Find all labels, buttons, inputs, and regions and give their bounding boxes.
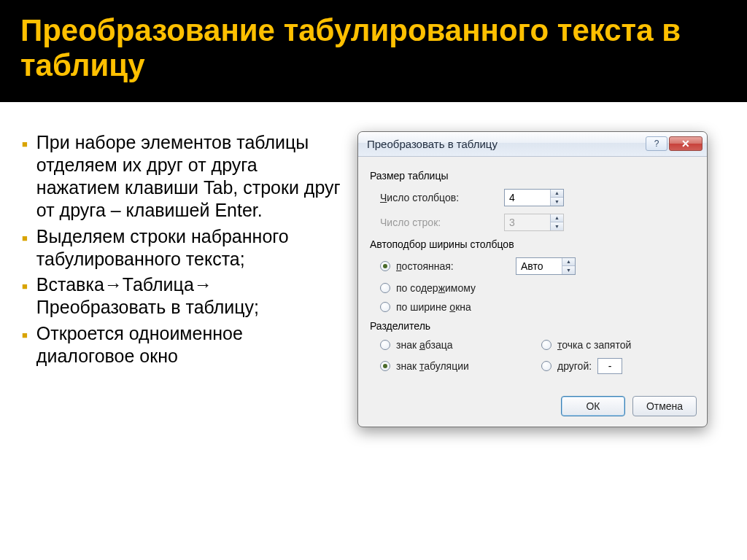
autofit-content-row: по содержимому (380, 282, 695, 294)
help-button[interactable]: ? (646, 136, 667, 151)
convert-to-table-dialog: Преобразовать в таблицу ? ✕ Размер табли… (357, 131, 708, 427)
sep-other-input[interactable] (597, 358, 622, 374)
dialog-title: Преобразовать в таблицу (367, 138, 644, 150)
sep-paragraph-radio[interactable] (380, 340, 390, 350)
group-size-header: Размер таблицы (370, 170, 695, 182)
rows-spinner: ▲ ▼ (504, 214, 564, 231)
group-autofit-header: Автоподбор ширины столбцов (370, 238, 695, 250)
columns-spinner[interactable]: ▲ ▼ (504, 189, 564, 206)
sep-other-row: другой: (541, 358, 695, 374)
spin-up-icon: ▲ (551, 214, 563, 223)
close-icon: ✕ (681, 138, 690, 149)
autofit-content-label: по содержимому (396, 282, 476, 294)
group-separator-header: Разделитель (370, 320, 695, 332)
sep-tab-row: знак табуляции (380, 358, 534, 374)
bullet-marker-icon: ■ (22, 139, 28, 149)
rows-input (505, 214, 550, 230)
dialog-titlebar[interactable]: Преобразовать в таблицу ? ✕ (358, 132, 707, 157)
autofit-window-row: по ширине окна (380, 301, 695, 313)
dialog-body: Размер таблицы Число столбцов: ▲ ▼ Число… (358, 157, 707, 390)
fixed-width-radio[interactable] (380, 261, 390, 271)
bullet-marker-icon: ■ (22, 281, 28, 292)
help-icon: ? (654, 139, 659, 149)
columns-row: Число столбцов: ▲ ▼ (380, 189, 695, 206)
sep-other-radio[interactable] (541, 361, 551, 371)
autofit-content-radio[interactable] (380, 283, 390, 293)
fixed-width-spin-buttons: ▲ ▼ (562, 258, 575, 274)
bullet-item: ■ Выделяем строки набранного табулирован… (22, 225, 343, 271)
sep-tab-radio[interactable] (380, 361, 390, 371)
fixed-width-row: постоянная: ▲ ▼ (380, 257, 695, 275)
bullet-marker-icon: ■ (22, 233, 28, 244)
sep-other-label: другой: (557, 360, 592, 372)
ok-button[interactable]: ОК (561, 396, 625, 416)
slide-title-area: Преобразование табулированного текста в … (0, 0, 747, 102)
bullet-item: ■ Откроется одноименное диалоговое окно (22, 322, 343, 368)
bullet-list: ■ При наборе элементов таблицы отделяем … (22, 131, 343, 427)
bullet-text: Выделяем строки набранного табулированно… (36, 225, 343, 271)
autofit-window-radio[interactable] (380, 302, 390, 312)
sep-paragraph-label: знак абзаца (396, 339, 452, 351)
bullet-text: Вставка→Таблица→ Преобразовать в таблицу… (36, 273, 343, 319)
close-button[interactable]: ✕ (669, 136, 703, 151)
bullet-item: ■ Вставка→Таблица→ Преобразовать в табли… (22, 273, 343, 319)
spin-down-icon[interactable]: ▼ (562, 266, 575, 274)
cancel-button[interactable]: Отмена (632, 396, 697, 416)
bullet-marker-icon: ■ (22, 330, 28, 341)
columns-input[interactable] (505, 190, 550, 206)
sep-semicolon-radio[interactable] (541, 340, 551, 350)
sep-semicolon-label: точка с запятой (557, 339, 631, 351)
fixed-width-input[interactable] (516, 258, 562, 274)
rows-row: Число строк: ▲ ▼ (380, 214, 695, 231)
autofit-window-label: по ширине окна (396, 301, 471, 313)
dialog-screenshot: Преобразовать в таблицу ? ✕ Размер табли… (357, 131, 725, 427)
spin-up-icon[interactable]: ▲ (562, 258, 575, 267)
bullet-text: При наборе элементов таблицы отделяем их… (36, 131, 343, 222)
fixed-width-spinner[interactable]: ▲ ▼ (516, 257, 576, 275)
sep-semicolon-row: точка с запятой (541, 339, 695, 351)
columns-spin-buttons: ▲ ▼ (550, 190, 563, 206)
bullet-text: Откроется одноименное диалоговое окно (36, 322, 343, 368)
slide-title: Преобразование табулированного текста в … (20, 13, 727, 84)
sep-tab-label: знак табуляции (396, 360, 469, 372)
columns-label: Число столбцов: (380, 192, 504, 203)
spin-up-icon[interactable]: ▲ (551, 190, 563, 198)
rows-label: Число строк: (380, 217, 504, 228)
bullet-item: ■ При наборе элементов таблицы отделяем … (22, 131, 343, 222)
rows-spin-buttons: ▲ ▼ (550, 214, 563, 230)
spin-down-icon[interactable]: ▼ (551, 198, 563, 206)
fixed-width-label: постоянная: (396, 260, 510, 272)
content-area: ■ При наборе элементов таблицы отделяем … (0, 102, 747, 442)
separator-grid: знак абзаца точка с запятой знак табуляц… (380, 339, 695, 374)
sep-paragraph-row: знак абзаца (380, 339, 534, 351)
dialog-button-bar: ОК Отмена (358, 390, 707, 427)
spin-down-icon: ▼ (551, 222, 563, 230)
